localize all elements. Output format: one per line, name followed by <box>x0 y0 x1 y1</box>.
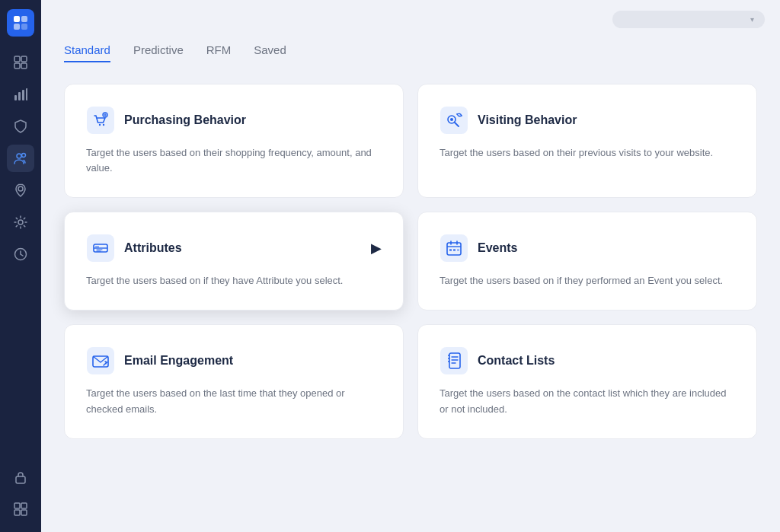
sidebar-item-location[interactable] <box>7 177 34 204</box>
chevron-down-icon: ▾ <box>750 15 754 24</box>
tab-standard[interactable]: Standard <box>64 43 110 62</box>
card-purchasing-behavior[interactable]: Purchasing Behavior Target the users bas… <box>64 84 404 198</box>
svg-rect-3 <box>21 24 27 30</box>
card-title: Attributes <box>124 241 182 255</box>
card-description: Target the users based on the contact li… <box>440 386 735 416</box>
purchasing-behavior-icon <box>86 106 115 135</box>
topbar: ▾ <box>41 0 780 28</box>
svg-rect-22 <box>87 107 114 134</box>
svg-point-15 <box>18 220 23 225</box>
svg-rect-0 <box>14 16 20 22</box>
svg-rect-9 <box>18 92 21 100</box>
svg-rect-10 <box>22 90 24 100</box>
card-title: Contact Lists <box>478 354 555 368</box>
sidebar-logo[interactable] <box>7 9 34 37</box>
svg-point-12 <box>17 154 21 158</box>
card-header: Attributes ▶ <box>86 234 382 263</box>
svg-rect-1 <box>21 16 27 22</box>
email-engagement-icon <box>86 346 115 375</box>
svg-point-24 <box>103 124 104 126</box>
svg-rect-4 <box>14 56 20 62</box>
svg-rect-5 <box>21 56 27 62</box>
events-icon <box>440 234 468 263</box>
card-email-engagement[interactable]: Email Engagement Target the users based … <box>64 324 404 438</box>
svg-point-13 <box>22 154 26 158</box>
svg-rect-7 <box>21 63 27 68</box>
sidebar-item-grid[interactable] <box>7 495 34 523</box>
sidebar-item-analytics[interactable] <box>7 81 34 108</box>
card-header: Visiting Behavior <box>440 106 735 135</box>
svg-rect-20 <box>14 510 20 515</box>
cards-grid: Purchasing Behavior Target the users bas… <box>64 84 757 439</box>
tab-rfm[interactable]: RFM <box>206 43 232 62</box>
card-header: Email Engagement <box>86 346 382 375</box>
tab-saved[interactable]: Saved <box>254 43 286 62</box>
card-contact-lists[interactable]: Contact Lists Target the users based on … <box>417 324 757 438</box>
sidebar <box>0 0 41 532</box>
sidebar-item-lock[interactable] <box>7 464 34 491</box>
svg-rect-17 <box>16 476 25 483</box>
card-events[interactable]: Events Target the users based on if they… <box>417 212 757 311</box>
card-header: Events <box>440 234 735 263</box>
svg-rect-45 <box>87 347 114 374</box>
svg-rect-19 <box>21 503 27 508</box>
svg-rect-11 <box>26 88 27 100</box>
svg-rect-6 <box>14 63 20 68</box>
tabs-container: Standard Predictive RFM Saved <box>64 43 757 62</box>
cursor-icon: ▶ <box>371 240 382 256</box>
card-header: Contact Lists <box>440 346 735 375</box>
svg-rect-37 <box>440 234 468 262</box>
card-title: Visiting Behavior <box>478 113 577 127</box>
svg-point-23 <box>99 124 101 126</box>
card-title: Email Engagement <box>124 354 233 368</box>
card-description: Target the users based on their previous… <box>440 145 735 161</box>
contact-lists-icon <box>440 346 468 375</box>
svg-rect-21 <box>21 510 27 515</box>
svg-rect-42 <box>449 249 452 251</box>
card-title: Purchasing Behavior <box>124 113 246 127</box>
svg-rect-34 <box>95 246 99 248</box>
sidebar-item-shield[interactable] <box>7 113 34 140</box>
main-content: ▾ Standard Predictive RFM Saved <box>41 0 780 532</box>
card-description: Target the users based on if they perfor… <box>440 273 735 288</box>
card-header: Purchasing Behavior <box>86 106 382 135</box>
card-visiting-behavior[interactable]: Visiting Behavior Target the users based… <box>417 84 757 198</box>
svg-rect-28 <box>440 107 468 134</box>
page-content: Standard Predictive RFM Saved <box>41 28 780 532</box>
svg-rect-43 <box>453 249 456 251</box>
svg-rect-44 <box>457 249 459 251</box>
tab-predictive[interactable]: Predictive <box>133 43 184 62</box>
topbar-dropdown[interactable]: ▾ <box>612 11 765 28</box>
visiting-behavior-icon <box>440 106 468 135</box>
svg-point-14 <box>18 186 23 191</box>
sidebar-item-dashboard[interactable] <box>7 49 34 76</box>
svg-rect-18 <box>14 503 20 508</box>
sidebar-item-segments[interactable] <box>7 145 34 172</box>
sidebar-item-clock[interactable] <box>7 241 34 268</box>
card-description: Target the users based on their shopping… <box>86 145 382 176</box>
sidebar-item-settings[interactable] <box>7 209 34 236</box>
svg-rect-2 <box>14 24 20 30</box>
svg-point-30 <box>450 118 453 121</box>
svg-rect-8 <box>14 95 17 100</box>
card-title: Events <box>478 241 517 255</box>
attributes-icon <box>86 234 115 263</box>
card-attributes[interactable]: Attributes ▶ Target the users based on i… <box>64 212 404 311</box>
card-description: Target the users based on the last time … <box>86 386 382 416</box>
svg-rect-47 <box>440 347 468 374</box>
card-description: Target the users based on if they have A… <box>86 273 382 288</box>
